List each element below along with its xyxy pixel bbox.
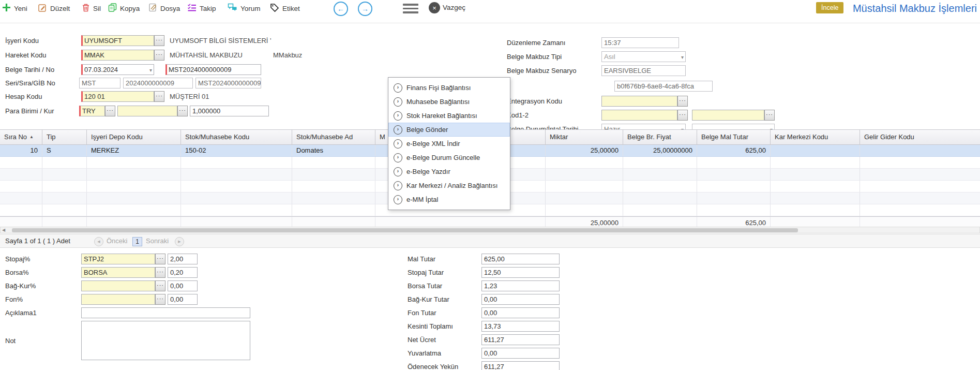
menu-item-kar-merkezi-analiz[interactable]: › Kar Merkezi / Analiz Bağlantısı (388, 179, 510, 193)
kur-kodu-input[interactable] (117, 106, 177, 116)
edit-button[interactable]: Düzelt (38, 2, 70, 15)
copy-button[interactable]: Kopya (108, 2, 140, 15)
calendar-dropdown-icon[interactable]: ▾ (149, 65, 152, 75)
column-header-stok-ad[interactable]: Stok/Muhasebe Ad (292, 130, 375, 144)
new-button[interactable]: Yeni (2, 2, 27, 15)
isyeri-kodu-input[interactable]: UYUMSOFT (81, 35, 154, 46)
fon-oran-input[interactable]: 0,00 (168, 294, 198, 305)
hesap-kodu-lookup-button[interactable]: ··· (154, 91, 164, 102)
belge-guid-input[interactable]: b0f676b9-6ae8-4ca6-8fca (614, 81, 713, 92)
bagkur-oran-input[interactable]: 0,00 (168, 280, 198, 291)
kesinti-toplami-input[interactable]: 13,73 (481, 321, 560, 332)
gib-no-input[interactable]: MST2024000000009 (195, 78, 261, 88)
borsa-tutar-input[interactable]: 1,23 (481, 280, 560, 291)
menu-item-finans-fisi[interactable]: › Finans Fişi Bağlantısı (388, 81, 510, 95)
menu-item-belge-gonder[interactable]: › Belge Gönder (388, 123, 510, 137)
delete-button[interactable]: Sil (82, 2, 101, 15)
column-header-br-fiyat[interactable]: Belge Br. Fiyat (623, 130, 697, 144)
prev-page-link[interactable]: Önceki (107, 234, 127, 247)
kod2-input[interactable] (692, 110, 764, 121)
belge-makbuz-tipi-select[interactable]: Asıl ▾ (601, 51, 686, 62)
cancel-button-label[interactable]: Vazgeç (443, 2, 465, 13)
hareket-kodu-lookup-button[interactable]: ··· (154, 50, 164, 61)
odenecek-yekun-input[interactable]: 611,27 (481, 361, 560, 370)
prev-page-button[interactable]: ◀ (94, 237, 103, 246)
bagkur-lookup-button[interactable]: ··· (155, 280, 165, 291)
duzenleme-zamani-input[interactable]: 15:37 (601, 37, 679, 48)
kod1-input[interactable] (601, 110, 677, 121)
context-menu: › Finans Fişi Bağlantısı › Muhasebe Bağl… (388, 77, 510, 210)
net-ucret-label: Net Ücret (408, 334, 436, 345)
isyeri-kodu-lookup-button[interactable]: ··· (154, 35, 164, 46)
aciklama1-input[interactable] (81, 307, 250, 318)
menu-item-stok-hareket[interactable]: › Stok Hareket Bağlantısı (388, 109, 510, 123)
kod1-lookup-button[interactable]: ··· (677, 110, 688, 121)
fon-lookup-button[interactable]: ··· (155, 294, 165, 305)
horizontal-scrollbar[interactable]: ◀ (0, 227, 980, 233)
column-header-miktar[interactable]: Miktar (546, 130, 623, 144)
sira-input[interactable]: 2024000000009 (123, 78, 193, 88)
nav-next-button[interactable]: → (358, 2, 372, 16)
yuvarlatma-input[interactable]: 0,00 (481, 348, 560, 359)
toolbar-separator (0, 23, 980, 23)
column-header-depo[interactable]: Işyeri Depo Kodu (87, 130, 181, 144)
tag-icon (270, 3, 279, 14)
stopaj-kodu-input[interactable]: STPJ2 (81, 254, 155, 264)
column-header-stok-kodu[interactable]: Stok/Muhasebe Kodu (181, 130, 292, 144)
menu-item-muhasebe[interactable]: › Muhasebe Bağlantısı (388, 95, 510, 109)
menu-item-ebelge-durum-guncelle[interactable]: › e-Belge Durum Güncelle (388, 151, 510, 165)
bagkur-tutar-input[interactable]: 0,00 (481, 294, 560, 305)
column-header-tip[interactable]: Tip (42, 130, 87, 144)
column-header-mal-tutar[interactable]: Belge Mal Tutar (697, 130, 771, 144)
stopaj-tutar-input[interactable]: 12,50 (481, 267, 560, 278)
hareket-kodu-input[interactable]: MMAK (81, 50, 154, 61)
next-page-button[interactable]: ▶ (175, 237, 184, 246)
file-button[interactable]: Dosya (148, 2, 180, 15)
not-textarea[interactable] (81, 321, 250, 360)
stopaj-oran-input[interactable]: 2,00 (168, 254, 198, 264)
borsa-kodu-input[interactable]: BORSA (81, 267, 155, 278)
kur-kodu-lookup-button[interactable]: ··· (177, 106, 188, 116)
kod2-lookup-button[interactable]: ··· (764, 110, 775, 121)
fon-tutar-input[interactable]: 0,00 (481, 307, 560, 318)
kur-input[interactable]: 1,000000 (190, 106, 269, 116)
belge-makbuz-senaryo-input[interactable]: EARSIVBELGE (601, 65, 686, 76)
menu-item-label: Finans Fişi Bağlantısı (406, 84, 471, 92)
para-birimi-input[interactable]: TRY (79, 106, 105, 116)
column-header-gelir-gider[interactable]: Gelir Gider Kodu (860, 130, 980, 144)
net-ucret-input[interactable]: 611,27 (481, 334, 560, 345)
column-header-kar-merkezi[interactable]: Kar Merkezi Kodu (771, 130, 860, 144)
menu-item-ebelge-yazdir[interactable]: › e-Belge Yazdır (388, 165, 510, 179)
nav-previous-button[interactable]: ← (334, 2, 348, 16)
bagkur-label: Bağ-Kur% (5, 280, 36, 291)
borsa-oran-input[interactable]: 0,20 (168, 267, 198, 278)
mal-tutar-input[interactable]: 625,00 (481, 254, 560, 264)
current-page-button[interactable]: 1 (132, 237, 142, 246)
dropdown-arrow-icon[interactable]: ▾ (681, 52, 684, 62)
tag-button[interactable]: Etiket (270, 2, 300, 15)
scroll-left-icon[interactable]: ◀ (2, 227, 5, 233)
cancel-icon[interactable]: × (429, 2, 440, 13)
belge-no-input[interactable]: MST2024000000009 (165, 64, 261, 75)
follow-button[interactable]: Takip (187, 2, 216, 15)
next-page-link[interactable]: Sonraki (146, 234, 169, 247)
column-header-sira-no[interactable]: Sıra No ▲ (0, 130, 42, 144)
not-label: Not (5, 335, 16, 346)
menu-item-ebelge-xml-indir[interactable]: › e-Belge XML İndir (388, 137, 510, 151)
scrollbar-thumb[interactable] (12, 228, 798, 232)
seri-input[interactable]: MST (79, 78, 120, 88)
para-birimi-lookup-button[interactable]: ··· (105, 106, 115, 116)
borsa-lookup-button[interactable]: ··· (155, 267, 165, 278)
sort-asc-icon[interactable]: ▲ (29, 130, 34, 144)
entegrasyon-kodu-lookup-button[interactable]: ··· (677, 96, 688, 107)
hesap-kodu-input[interactable]: 120 01 (81, 91, 154, 102)
fon-kodu-input[interactable] (81, 294, 155, 305)
stopaj-lookup-button[interactable]: ··· (155, 254, 165, 264)
comment-button[interactable]: Yorum (228, 2, 261, 15)
bagkur-kodu-input[interactable] (81, 280, 155, 291)
inspect-button[interactable]: İncele (816, 2, 843, 13)
menu-toggle-button[interactable] (403, 4, 418, 13)
belge-tarihi-date-input[interactable]: 07.03.2024 ▾ (81, 64, 154, 75)
entegrasyon-kodu-input[interactable] (601, 96, 677, 107)
menu-item-emm-iptal[interactable]: › e-MM İptal (388, 193, 510, 206)
